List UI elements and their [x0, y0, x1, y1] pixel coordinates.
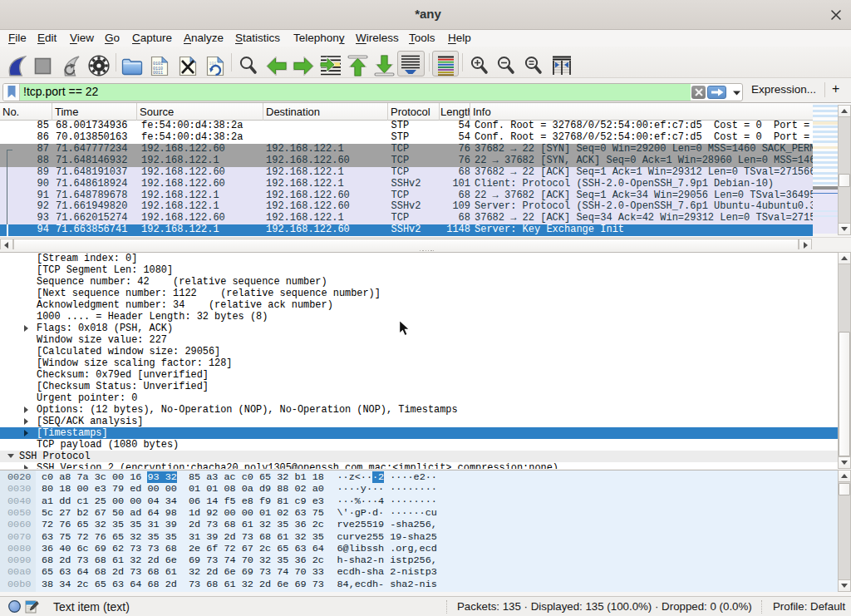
svg-text:0011: 0011 [153, 71, 163, 76]
